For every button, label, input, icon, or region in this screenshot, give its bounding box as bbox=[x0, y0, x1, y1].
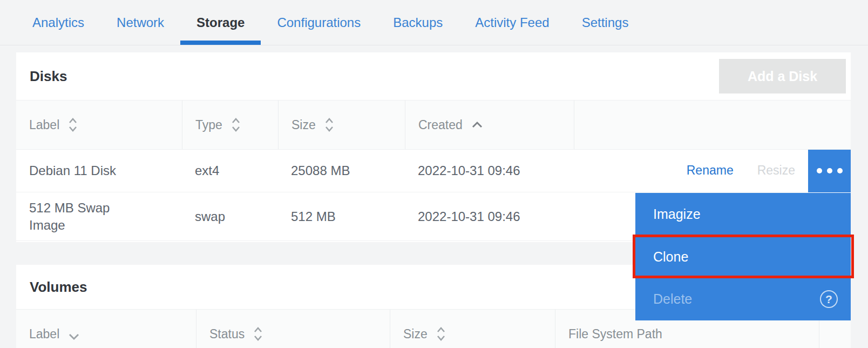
disks-column-size-text: Size bbox=[291, 118, 316, 132]
storage-page: { "tabs": [ { "label": "Analytics", "act… bbox=[0, 0, 868, 348]
rename-button[interactable]: Rename bbox=[687, 163, 734, 179]
disk-created-cell: 2022-10-31 09:46 bbox=[405, 150, 574, 192]
volumes-title: Volumes bbox=[30, 279, 87, 296]
disks-column-label[interactable]: Label bbox=[16, 101, 182, 149]
disk-label-cell: Debian 11 Disk bbox=[16, 150, 182, 192]
volumes-column-label[interactable]: Label bbox=[16, 310, 196, 348]
sort-both-icon bbox=[324, 116, 335, 133]
disks-column-created[interactable]: Created bbox=[405, 101, 574, 149]
disks-table-header: Label Type Size Created bbox=[16, 100, 851, 150]
disk-created-cell: 2022-10-31 09:46 bbox=[405, 192, 574, 240]
disks-column-type-text: Type bbox=[195, 118, 222, 132]
disks-column-label-text: Label bbox=[29, 118, 59, 132]
more-actions-button[interactable] bbox=[808, 150, 851, 192]
tab-settings[interactable]: Settings bbox=[566, 0, 645, 45]
table-row-debian-disk: Debian 11 Disk ext4 25088 MB 2022-10-31 … bbox=[16, 150, 851, 192]
disks-title: Disks bbox=[30, 68, 67, 85]
disks-column-type[interactable]: Type bbox=[182, 101, 278, 149]
menu-item-delete-label: Delete bbox=[653, 291, 692, 307]
volumes-column-status-text: Status bbox=[209, 327, 245, 342]
sort-both-icon bbox=[230, 116, 241, 133]
ellipsis-dot-icon bbox=[827, 168, 832, 173]
volumes-column-size-text: Size bbox=[403, 327, 428, 342]
add-a-disk-button[interactable]: Add a Disk bbox=[719, 59, 846, 93]
sort-asc-icon bbox=[471, 121, 484, 129]
volumes-column-status[interactable]: Status bbox=[196, 310, 390, 348]
tab-activity-feed[interactable]: Activity Feed bbox=[459, 0, 565, 45]
sort-both-icon bbox=[436, 325, 446, 343]
tab-storage[interactable]: Storage bbox=[180, 0, 261, 45]
disk-type-cell: swap bbox=[182, 192, 278, 240]
sort-both-icon bbox=[67, 116, 78, 133]
resize-button[interactable]: Resize bbox=[757, 163, 795, 179]
disk-label-cell: 512 MB Swap Image bbox=[16, 192, 182, 240]
tab-configurations[interactable]: Configurations bbox=[261, 0, 377, 45]
disk-size-cell: 512 MB bbox=[278, 192, 405, 240]
disk-size-cell: 25088 MB bbox=[278, 150, 405, 192]
volumes-column-path-text: File System Path bbox=[568, 327, 662, 342]
detail-tabbar: Analytics Network Storage Configurations… bbox=[0, 0, 868, 45]
tab-backups[interactable]: Backups bbox=[377, 0, 459, 45]
disk-actions-cell: Rename Resize bbox=[574, 150, 851, 192]
menu-item-delete[interactable]: Delete ? bbox=[635, 278, 851, 320]
tab-network[interactable]: Network bbox=[100, 0, 180, 45]
volumes-column-size[interactable]: Size bbox=[390, 310, 555, 348]
ellipsis-dot-icon bbox=[837, 168, 843, 173]
sort-desc-icon bbox=[67, 332, 80, 341]
disks-column-created-text: Created bbox=[418, 118, 463, 132]
disks-column-actions bbox=[574, 101, 851, 149]
menu-item-clone[interactable]: Clone bbox=[635, 236, 851, 278]
disk-type-cell: ext4 bbox=[182, 150, 278, 192]
disk-actions-menu: Imagize Clone Delete ? bbox=[635, 193, 851, 320]
tab-analytics[interactable]: Analytics bbox=[16, 0, 100, 45]
ellipsis-dot-icon bbox=[817, 168, 822, 173]
help-icon[interactable]: ? bbox=[820, 290, 838, 308]
disks-panel-header: Disks Add a Disk bbox=[16, 52, 851, 100]
menu-item-imagize[interactable]: Imagize bbox=[635, 193, 851, 236]
volumes-column-label-text: Label bbox=[29, 327, 59, 342]
sort-both-icon bbox=[253, 325, 263, 343]
disks-column-size[interactable]: Size bbox=[278, 101, 405, 149]
